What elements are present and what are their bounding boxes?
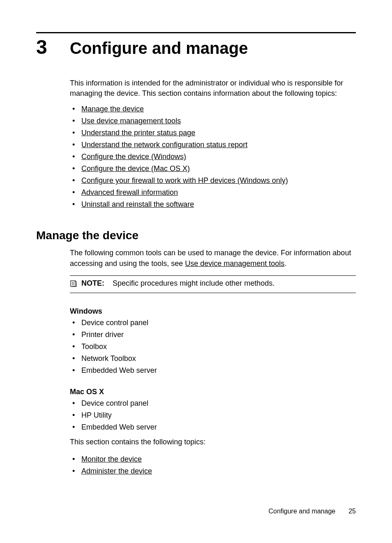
section-body: The following common tools can be used t… [70, 248, 356, 477]
mac-tools-list: Device control panel HP Utility Embedded… [70, 398, 356, 433]
chapter-body: This information is intended for the adm… [70, 78, 356, 210]
list-item: Uninstall and reinstall the software [70, 199, 356, 210]
topics-intro: This section contains the following topi… [70, 437, 356, 447]
list-item: Printer driver [70, 329, 356, 340]
chapter-header: 3 Configure and manage [36, 36, 356, 58]
chapter-toc: Manage the device Use device management … [70, 104, 356, 210]
footer-label: Configure and manage [268, 508, 335, 515]
document-page: 3 Configure and manage This information … [0, 0, 392, 477]
toc-link-printer-status[interactable]: Understand the printer status page [81, 129, 195, 137]
toc-link-configure-mac[interactable]: Configure the device (Mac OS X) [81, 164, 190, 173]
section-topics-list: Monitor the device Administer the device [70, 454, 356, 477]
note-content: NOTE: Specific procedures might include … [81, 279, 274, 288]
list-item: Toolbox [70, 341, 356, 352]
page-footer: Configure and manage 25 [268, 508, 356, 515]
topic-link-administer[interactable]: Administer the device [81, 467, 152, 475]
subheading-mac: Mac OS X [70, 388, 356, 396]
toc-link-firewall[interactable]: Configure your firewall to work with HP … [81, 176, 288, 185]
page-number: 25 [348, 508, 356, 515]
note-box: NOTE: Specific procedures might include … [70, 275, 356, 293]
note-icon [70, 280, 77, 289]
list-item: HP Utility [70, 410, 356, 421]
list-item: Understand the network configuration sta… [70, 139, 356, 150]
toc-link-advanced-firewall[interactable]: Advanced firewall information [81, 188, 178, 196]
list-item: Device control panel [70, 317, 356, 328]
list-item: Manage the device [70, 104, 356, 115]
list-item: Administer the device [70, 466, 356, 477]
list-item: Configure your firewall to work with HP … [70, 175, 356, 186]
list-item: Use device management tools [70, 116, 356, 127]
subheading-windows: Windows [70, 307, 356, 316]
chapter-number: 3 [36, 36, 70, 58]
list-item: Configure the device (Windows) [70, 151, 356, 162]
toc-link-uninstall[interactable]: Uninstall and reinstall the software [81, 200, 194, 208]
list-item: Understand the printer status page [70, 127, 356, 139]
toc-link-manage-device[interactable]: Manage the device [81, 105, 144, 113]
chapter-rule [36, 32, 356, 33]
list-item: Embedded Web server [70, 365, 356, 376]
section-intro: The following common tools can be used t… [70, 248, 356, 268]
inline-link-use-tools[interactable]: Use device management tools [185, 259, 284, 268]
topic-link-monitor[interactable]: Monitor the device [81, 455, 142, 463]
chapter-title: Configure and manage [70, 39, 248, 58]
list-item: Embedded Web server [70, 422, 356, 433]
note-text: Specific procedures might include other … [113, 279, 274, 287]
toc-link-network-config[interactable]: Understand the network configuration sta… [81, 141, 247, 149]
section-intro-post: . [284, 259, 286, 268]
chapter-intro: This information is intended for the adm… [70, 78, 356, 99]
list-item: Device control panel [70, 398, 356, 409]
list-item: Configure the device (Mac OS X) [70, 163, 356, 174]
toc-link-configure-windows[interactable]: Configure the device (Windows) [81, 153, 186, 161]
toc-link-use-tools[interactable]: Use device management tools [81, 117, 181, 125]
list-item: Network Toolbox [70, 353, 356, 364]
note-label: NOTE: [81, 279, 104, 287]
windows-tools-list: Device control panel Printer driver Tool… [70, 317, 356, 376]
list-item: Advanced firewall information [70, 187, 356, 198]
section-heading-manage-device: Manage the device [36, 229, 356, 242]
list-item: Monitor the device [70, 454, 356, 465]
